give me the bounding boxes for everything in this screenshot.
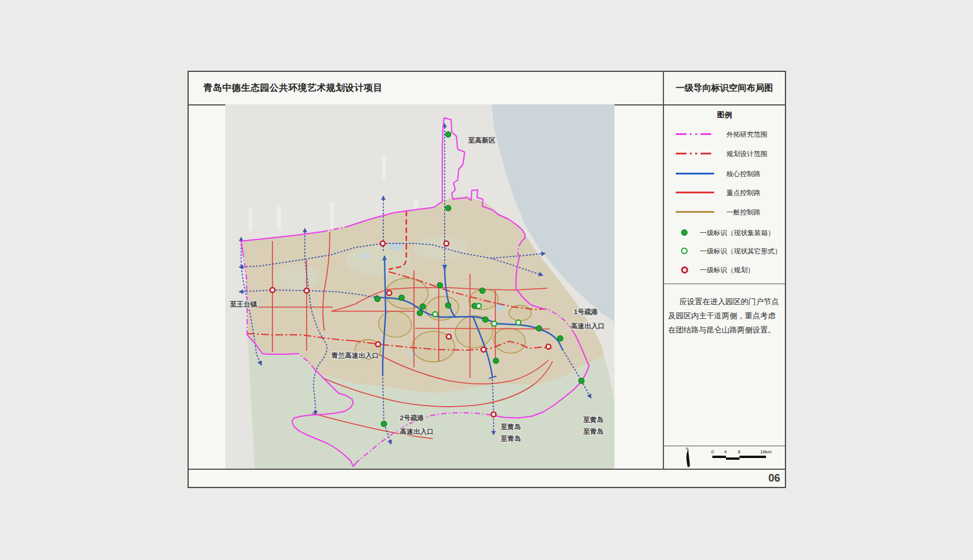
sheet-title: 一级导向标识空间布局图 [676,83,773,94]
sign-existing-container [445,131,451,137]
project-title: 青岛中德生态园公共环境艺术规划设计项目 [189,82,383,94]
north-arrow: N [681,446,710,469]
map-label: 高速出入口 [400,428,434,436]
map-label: 至青岛 [500,435,521,442]
key-road-sample [676,192,714,193]
legend-item: 一般控制路 [664,208,785,216]
sign-planned [304,288,309,293]
sign-existing-other-sample [681,248,688,254]
legend-item: 规划设计范围 [664,150,785,158]
sign-existing-container [479,288,485,293]
sign-planned-sample [681,266,688,274]
note-box: 应设置在进入园区的门户节点 及园区内主干道两侧，重点考虑 在团结路与昆仑山路两侧… [664,284,785,337]
sign-existing-container [445,205,451,210]
sign-existing-container [445,302,451,308]
map-label: 至青岛 [583,428,604,435]
scale-row: N 0 4 8 16km [664,446,785,469]
header-project: 青岛中德生态园公共环境艺术规划设计项目 [189,72,663,104]
map-svg: 至高新区至王台镇1号疏港高速出入口青兰高速出入口2号疏港高速出入口至黄岛至青岛至… [189,104,663,469]
sign-existing-container [493,358,498,363]
header-sheet: 一级导向标识空间布局图 [664,72,785,104]
side-panel: 图例 外拓研究范围 规划设计范围 核心控制路 重点控制路 一般控制路 一级标识（… [664,104,785,469]
map-label: 青兰高速出入口 [331,351,379,360]
sign-planned [376,342,380,347]
legend-item: 核心控制路 [664,170,785,178]
sign-planned [444,241,449,246]
scalebar-seg [726,457,739,460]
map-label: 2号疏港 [400,414,424,421]
design-boundary-sample [676,153,714,154]
sign-existing-other [492,321,497,326]
legend-title: 图例 [664,110,785,120]
map-area: 至高新区至王台镇1号疏港高速出入口青兰高速出入口2号疏港高速出入口至黄岛至青岛至… [189,104,663,469]
sign-planned [270,288,275,292]
sign-existing-container [420,304,425,309]
map-label: 至黄岛 [583,416,604,424]
sign-planned [491,412,496,417]
footer: 06 [189,470,785,487]
map-label: 至高新区 [468,136,496,144]
sign-existing-container [536,325,541,331]
legend-item: 一级标识（现状集装箱） [664,229,785,237]
sign-existing-container [578,378,584,383]
page-number: 06 [768,472,780,485]
sign-planned [387,291,392,295]
sign-existing-container [557,335,563,341]
sign-planned [481,347,486,352]
map-label: 至王台镇 [229,300,258,308]
sign-existing-other [433,312,438,317]
scalebar-seg [712,456,726,458]
map-label: 1号疏港 [574,308,598,315]
sign-existing-container [417,310,422,315]
legend-item: 重点控制路 [664,189,785,197]
sign-existing-container [381,421,386,426]
sign-existing-other [476,304,481,308]
sign-planned [546,344,551,349]
sign-existing-container [437,282,442,288]
map-label: 至黄岛 [500,423,521,431]
sign-planned [446,334,451,339]
core-road-sample [676,173,714,174]
sign-existing-container [482,317,488,322]
map-label: 高速出入口 [571,322,605,330]
general-road-sample [676,211,714,213]
sign-existing-container [399,295,404,300]
sign-existing-other [516,320,521,325]
sign-planned [380,241,385,246]
sign-existing-container-sample [681,229,688,236]
scalebar-seg [739,456,766,458]
legend-item: 一级标识（规划） [664,266,785,274]
legend-item: 一级标识（现状其它形式） [664,247,785,255]
sheet-page: 青岛中德生态园公共环境艺术规划设计项目 一级导向标识空间布局图 [188,71,786,488]
legend-item: 外拓研究范围 [664,130,785,139]
research-boundary-sample [676,133,714,135]
sign-existing-container [374,296,380,301]
